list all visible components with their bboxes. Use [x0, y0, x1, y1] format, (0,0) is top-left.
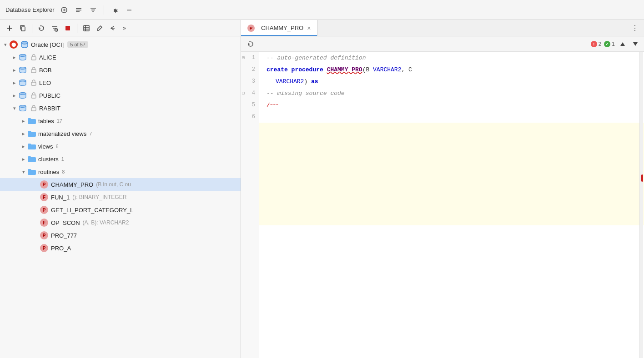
pro-a-badge: P — [40, 244, 48, 252]
svg-rect-12 — [21, 27, 25, 31]
tables-chevron — [20, 117, 27, 124]
chammy-pro-badge: P — [40, 180, 48, 189]
editor-tab-chammy-pro[interactable]: P CHAMMY_PRO × — [241, 20, 317, 36]
collapse-all-button[interactable] — [74, 5, 84, 15]
tree-item-leo[interactable]: LEO — [0, 76, 241, 89]
line2-procname: CHAMMY_PRO — [327, 66, 362, 73]
pro-a-chevron — [33, 244, 40, 252]
editor-error-area: ! 2 ✓ 1 — [591, 40, 640, 49]
right-panel: P CHAMMY_PRO × ⋮ ! 2 — [241, 20, 644, 358]
toolbar-more[interactable]: » — [120, 23, 129, 33]
copy-button[interactable] — [17, 23, 29, 34]
alice-chevron — [11, 54, 18, 61]
code-line-2: create procedure CHAMMY_PRO(B VARCHAR2, … — [259, 64, 644, 75]
fun1-meta: (): BINARY_INTEGER — [72, 194, 126, 200]
tree-item-routines[interactable]: routines 8 — [0, 165, 241, 178]
views-count: 6 — [56, 144, 59, 149]
line3-comment: -- missing source code — [267, 90, 345, 97]
get-li-label: GET_LI_PORT_CATEGORY_L — [51, 207, 133, 214]
refresh-button[interactable] — [35, 23, 47, 34]
rabbit-label: RABBIT — [39, 105, 60, 112]
tree-item-get-li[interactable]: P GET_LI_PORT_CATEGORY_L — [0, 204, 241, 216]
leo-chevron — [11, 79, 18, 86]
routines-chevron — [20, 168, 27, 175]
svg-point-37 — [20, 93, 26, 95]
svg-point-28 — [20, 55, 26, 57]
line-num-3: 3 — [241, 75, 259, 87]
clusters-folder-icon — [27, 154, 36, 164]
code-line-1: -- auto-generated definition — [259, 52, 644, 64]
tree-item-fun1[interactable]: F FUN_1 (): BINARY_INTEGER — [0, 191, 241, 204]
toolbar-separator-1 — [32, 24, 32, 33]
line2-type1: VARCHAR2 — [373, 66, 401, 73]
clusters-count: 1 — [61, 156, 64, 162]
tab-close-button[interactable]: × — [307, 25, 311, 32]
tree-root-oracle[interactable]: ⬤ Oracle [OCI] 5 of 57 — [0, 38, 241, 51]
tree-item-tables[interactable]: tables 17 — [0, 114, 241, 127]
line-num-5: 5 — [241, 99, 259, 111]
svg-rect-32 — [31, 70, 36, 73]
tree-item-public[interactable]: PUBLIC — [0, 89, 241, 102]
editor-area[interactable]: ⊟ 1 2 3 ⊟ 4 5 6 -- auto-generated defini… — [241, 52, 644, 358]
oracle-count: 5 of 57 — [67, 41, 88, 48]
minimize-button[interactable] — [124, 5, 134, 15]
leo-label: LEO — [39, 80, 51, 86]
svg-point-34 — [20, 80, 26, 82]
left-panel: » ⬤ Oracle [OCI] 5 of 57 — [0, 20, 241, 358]
fun1-chevron — [33, 194, 40, 201]
warn-badge[interactable]: ✓ 1 — [604, 41, 615, 47]
routines-count: 8 — [62, 169, 65, 174]
svg-rect-19 — [65, 26, 70, 30]
code-line-2b: VARCHAR2) as — [259, 75, 644, 87]
tree-item-clusters[interactable]: clusters 1 — [0, 153, 241, 165]
left-toolbar: » — [0, 20, 241, 36]
navigate-down-button[interactable] — [630, 40, 640, 49]
add-button[interactable] — [4, 23, 15, 34]
line-numbers: ⊟ 1 2 3 ⊟ 4 5 6 — [241, 52, 259, 358]
grid-view-button[interactable] — [80, 23, 92, 34]
editor-refresh-button[interactable] — [245, 39, 257, 50]
code-content[interactable]: -- auto-generated definition create proc… — [259, 52, 644, 358]
add-datasource-button[interactable] — [59, 5, 69, 15]
scrollbar-error-marker — [641, 174, 643, 182]
fold-marker-1: ⊟ — [242, 55, 245, 60]
tree-item-matviews[interactable]: materialized views 7 — [0, 127, 241, 140]
back-button[interactable] — [107, 23, 119, 34]
public-lock-icon — [29, 91, 38, 100]
leo-db-icon — [18, 78, 27, 87]
edit-button[interactable] — [94, 23, 106, 34]
tree-item-pro777[interactable]: P PRO_777 — [0, 229, 241, 242]
code-line-5 — [259, 111, 644, 123]
svg-rect-35 — [31, 82, 36, 85]
bob-label: BOB — [39, 67, 51, 74]
tree-item-op-scon[interactable]: F OP_SCON (A, B): VARCHAR2 — [0, 216, 241, 229]
stop-button[interactable] — [62, 23, 74, 34]
navigate-up-button[interactable] — [618, 40, 628, 49]
line-num-2: 2 — [241, 64, 259, 75]
chammy-chevron — [33, 181, 40, 188]
tab-more-button[interactable]: ⋮ — [626, 20, 644, 36]
oracle-status-icon: ⬤ — [9, 40, 18, 49]
tree-item-bob[interactable]: BOB — [0, 64, 241, 76]
matviews-count: 7 — [89, 131, 92, 136]
bob-chevron — [11, 66, 18, 74]
tree-item-pro-a[interactable]: P PRO_A — [0, 242, 241, 254]
error-badge[interactable]: ! 2 — [591, 41, 602, 47]
tree-item-chammy-pro[interactable]: P CHAMMY_PRO (B in out, C ou — [0, 178, 241, 191]
svg-rect-4 — [76, 10, 81, 10]
line2-comma: , C — [401, 66, 412, 73]
filter-schema-button[interactable] — [49, 23, 60, 34]
clusters-chevron — [20, 155, 27, 163]
scrollbar-track[interactable] — [639, 52, 643, 358]
app-header-title: Database Explorer — [5, 6, 55, 13]
filter-button[interactable] — [88, 5, 98, 15]
settings-button[interactable] — [110, 5, 120, 15]
tree-item-views[interactable]: views 6 — [0, 140, 241, 153]
tree-item-alice[interactable]: ALICE — [0, 51, 241, 64]
svg-rect-9 — [127, 10, 131, 10]
editor-highlighted-rest — [259, 134, 644, 225]
line2b-rest: ) — [304, 78, 311, 85]
svg-point-40 — [20, 105, 26, 108]
tables-label: tables — [38, 118, 54, 124]
tree-item-rabbit[interactable]: RABBIT — [0, 102, 241, 114]
